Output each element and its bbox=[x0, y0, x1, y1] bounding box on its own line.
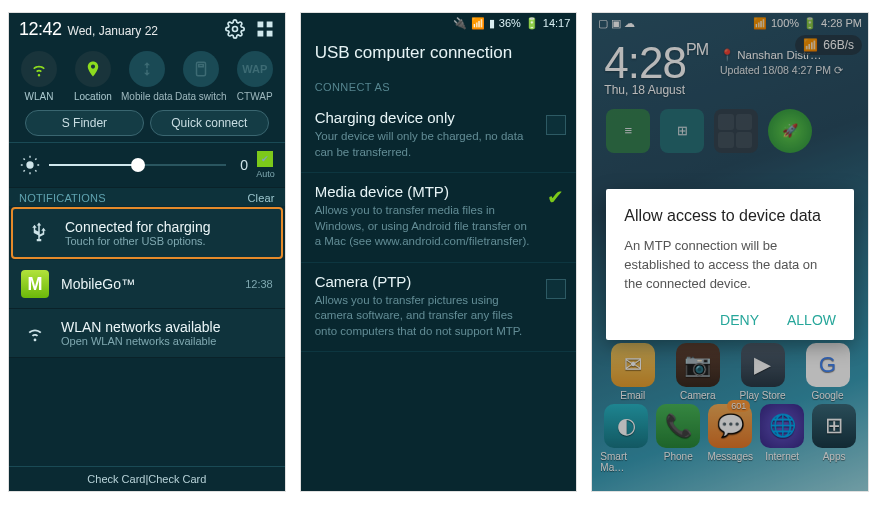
home-screen-dialog: ▢ ▣ ☁ 📶 100% 🔋 4:28 PM 📶 66B/s 4:28PM Th… bbox=[591, 12, 869, 492]
settings-icon[interactable] bbox=[225, 19, 245, 39]
toggle-label: Data switch bbox=[175, 91, 227, 102]
clear-button[interactable]: Clear bbox=[247, 192, 274, 204]
notification-subtitle: Touch for other USB options. bbox=[65, 235, 211, 247]
toggle-mobile-data[interactable]: Mobile data bbox=[121, 51, 173, 102]
status-bar: 12:42 Wed, January 22 bbox=[9, 13, 285, 45]
brightness-slider[interactable] bbox=[49, 164, 226, 166]
toggle-data-switch[interactable]: Data switch bbox=[175, 51, 227, 102]
option-desc: Allows you to transfer media files in Wi… bbox=[315, 203, 533, 250]
brightness-value: 0 bbox=[234, 157, 248, 173]
allow-button[interactable]: ALLOW bbox=[787, 312, 836, 328]
check-card-footer[interactable]: Check Card|Check Card bbox=[9, 466, 285, 491]
mtp-permission-dialog: Allow access to device data An MTP conne… bbox=[606, 189, 854, 340]
status-time: 14:17 bbox=[543, 17, 571, 29]
signal-icon: ▮ bbox=[489, 17, 495, 30]
wifi-icon: 📶 bbox=[471, 17, 485, 30]
checkbox[interactable] bbox=[546, 279, 566, 299]
svg-point-7 bbox=[26, 161, 33, 168]
mobilego-icon: M bbox=[21, 270, 49, 298]
battery-text: 36% bbox=[499, 17, 521, 29]
usb-icon: 🔌 bbox=[453, 17, 467, 30]
quick-connect-button[interactable]: Quick connect bbox=[150, 110, 269, 136]
svg-rect-1 bbox=[257, 22, 263, 28]
notification-wlan[interactable]: WLAN networks available Open WLAN networ… bbox=[9, 309, 285, 358]
section-header: CONNECT AS bbox=[301, 73, 577, 99]
brightness-icon bbox=[19, 154, 41, 176]
option-title: Media device (MTP) bbox=[315, 183, 533, 200]
dialog-title: Allow access to device data bbox=[624, 207, 836, 225]
brightness-row: 0 ✔ Auto bbox=[9, 143, 285, 188]
status-bar: 🔌 📶 ▮ 36% 🔋 14:17 bbox=[301, 13, 577, 33]
auto-brightness-toggle[interactable]: ✔ Auto bbox=[256, 151, 275, 179]
notification-time: 12:38 bbox=[245, 278, 273, 290]
toggle-grid-icon[interactable] bbox=[255, 19, 275, 39]
notifications-header: NOTIFICATIONS Clear bbox=[9, 188, 285, 206]
quick-settings-row: WLAN Location Mobile data Data switch WA… bbox=[9, 45, 285, 104]
checkbox-checked[interactable] bbox=[546, 189, 566, 209]
status-time: 12:42 bbox=[19, 19, 62, 40]
option-mtp[interactable]: Media device (MTP) Allows you to transfe… bbox=[301, 173, 577, 263]
s-finder-button[interactable]: S Finder bbox=[25, 110, 144, 136]
svg-rect-4 bbox=[266, 31, 272, 37]
option-charging-only[interactable]: Charging device only Your device will on… bbox=[301, 99, 577, 173]
toggle-wlan[interactable]: WLAN bbox=[13, 51, 65, 102]
quick-buttons-row: S Finder Quick connect bbox=[9, 104, 285, 143]
battery-icon: 🔋 bbox=[525, 17, 539, 30]
option-title: Charging device only bbox=[315, 109, 533, 126]
dialog-message: An MTP connection will be established to… bbox=[624, 237, 836, 294]
option-title: Camera (PTP) bbox=[315, 273, 533, 290]
usb-connection-screen: 🔌 📶 ▮ 36% 🔋 14:17 USB computer connectio… bbox=[300, 12, 578, 492]
usb-icon bbox=[25, 221, 53, 245]
toggle-location[interactable]: Location bbox=[67, 51, 119, 102]
section-title: NOTIFICATIONS bbox=[19, 192, 106, 204]
notification-title: Connected for charging bbox=[65, 219, 211, 235]
svg-rect-6 bbox=[199, 65, 204, 67]
notification-subtitle: Open WLAN networks available bbox=[61, 335, 221, 347]
wifi-open-icon bbox=[21, 322, 49, 344]
notification-title: WLAN networks available bbox=[61, 319, 221, 335]
notification-usb[interactable]: Connected for charging Touch for other U… bbox=[11, 207, 283, 259]
toggle-label: Location bbox=[74, 91, 112, 102]
auto-label: Auto bbox=[256, 169, 275, 179]
checkbox[interactable] bbox=[546, 115, 566, 135]
status-date: Wed, January 22 bbox=[68, 24, 159, 38]
deny-button[interactable]: DENY bbox=[720, 312, 759, 328]
svg-rect-2 bbox=[266, 22, 272, 28]
checkmark-icon: ✔ bbox=[257, 151, 273, 167]
option-desc: Allows you to transfer pictures using ca… bbox=[315, 293, 533, 340]
screen-title: USB computer connection bbox=[301, 33, 577, 73]
toggle-label: CTWAP bbox=[237, 91, 273, 102]
notification-shade-screen: 12:42 Wed, January 22 WLAN Location Mobi… bbox=[8, 12, 286, 492]
toggle-ctwap[interactable]: WAP CTWAP bbox=[229, 51, 281, 102]
notification-mobilego[interactable]: M MobileGo™ 12:38 bbox=[9, 260, 285, 309]
option-ptp[interactable]: Camera (PTP) Allows you to transfer pict… bbox=[301, 263, 577, 353]
svg-point-0 bbox=[232, 27, 237, 32]
svg-rect-3 bbox=[257, 31, 263, 37]
toggle-label: WLAN bbox=[25, 91, 54, 102]
option-desc: Your device will only be charged, no dat… bbox=[315, 129, 533, 160]
toggle-label: Mobile data bbox=[121, 91, 173, 102]
notification-title: MobileGo™ bbox=[61, 276, 135, 292]
